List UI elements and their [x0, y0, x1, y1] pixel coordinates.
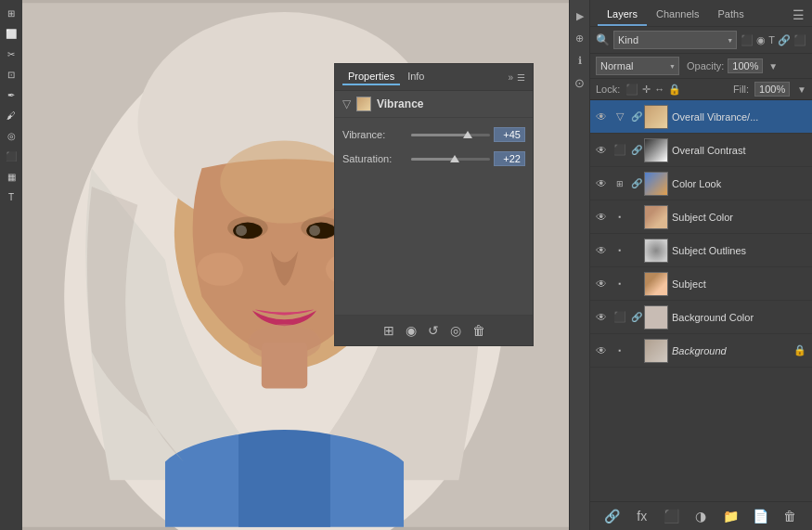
filter-shape-icon[interactable]: 🔗 [778, 34, 791, 46]
kind-select[interactable]: Kind [613, 31, 737, 49]
layer-name: Background Color [672, 312, 806, 323]
layer-eye-icon[interactable]: 👁 [596, 110, 609, 123]
tool-lasso[interactable]: ✂ [2, 45, 20, 63]
menu-icon[interactable]: ☰ [517, 72, 525, 83]
blend-mode-select[interactable]: Normal [596, 57, 679, 75]
layer-eye-icon[interactable]: 👁 [596, 278, 609, 291]
layer-link-icon[interactable]: 🔗 [631, 178, 640, 188]
props-content: Vibrance: +45 Saturation: [335, 118, 533, 185]
opacity-arrow[interactable]: ▼ [768, 61, 778, 71]
adjustment-triangle-icon: ▽ [342, 97, 351, 110]
vibrance-value[interactable]: +45 [494, 127, 525, 142]
fill-value[interactable]: 100% [754, 82, 790, 97]
layer-item[interactable]: 👁 ⬛ 🔗 Overall Contrast [590, 134, 812, 167]
footer-style-icon[interactable]: fx [633, 507, 651, 525]
tool-brush[interactable]: 🖌 [2, 106, 20, 124]
lock-icons: ⬛ ✛ ↔ 🔒 [625, 84, 728, 96]
layer-item[interactable]: 👁 ▪ 🔗 Background 🔒 [590, 334, 812, 368]
strip-play-icon[interactable]: ▶ [572, 7, 588, 24]
filter-smart-icon[interactable]: ⬛ [793, 34, 806, 46]
footer-eye-icon[interactable]: ◉ [406, 323, 417, 338]
strip-person-icon[interactable]: ⊙ [572, 74, 588, 91]
footer-link-icon[interactable]: 🔗 [603, 507, 622, 525]
tool-crop[interactable]: ⊡ [2, 65, 20, 84]
strip-add-icon[interactable]: ⊕ [572, 30, 588, 46]
vibrance-row: Vibrance: +45 [342, 127, 525, 142]
tool-gradient[interactable]: ▦ [2, 167, 20, 186]
tab-paths[interactable]: Paths [709, 4, 754, 26]
tool-select[interactable]: ⬜ [2, 24, 20, 43]
props-footer: ⊞ ◉ ↺ ◎ 🗑 [335, 315, 533, 345]
tab-properties[interactable]: Properties [342, 69, 400, 85]
layer-item[interactable]: 👁 ▽ 🔗 Overall Vibrance/... [590, 100, 812, 134]
props-title-row: ▽ Vibrance [335, 91, 533, 118]
layers-list[interactable]: 👁 ▽ 🔗 Overall Vibrance/... 👁 ⬛ 🔗 Overall… [590, 100, 812, 501]
footer-mask-icon[interactable]: ⬛ [663, 507, 681, 525]
layer-item[interactable]: 👁 ▪ 🔗 Subject Outlines [590, 234, 812, 267]
strip-info-icon[interactable]: ℹ [572, 52, 588, 69]
search-icon: 🔍 [596, 33, 610, 46]
layer-link-icon[interactable]: 🔗 [631, 111, 640, 122]
layer-name: Subject Color [672, 212, 806, 223]
layer-item[interactable]: 👁 ⬛ 🔗 Background Color [590, 301, 812, 334]
tool-eyedropper[interactable]: ✒ [2, 85, 20, 104]
tool-clone[interactable]: ◎ [2, 126, 20, 145]
filter-pixel-icon[interactable]: ⬛ [741, 34, 754, 46]
tool-move[interactable]: ⊞ [2, 4, 20, 22]
layer-item[interactable]: 👁 ⊞ 🔗 Color Look [590, 167, 812, 200]
tab-info[interactable]: Info [402, 69, 430, 85]
tool-eraser[interactable]: ⬛ [2, 147, 20, 165]
lock-position-icon[interactable]: ✛ [642, 84, 651, 96]
svg-point-9 [236, 225, 247, 236]
footer-new-layer-icon[interactable]: 📄 [751, 507, 769, 525]
layer-eye-icon[interactable]: 👁 [596, 211, 609, 224]
layer-eye-icon[interactable]: 👁 [596, 177, 609, 190]
vibrance-slider[interactable] [411, 127, 490, 142]
footer-delete-layer-icon[interactable]: 🗑 [780, 507, 799, 525]
lock-artboard-icon[interactable]: ↔ [654, 84, 664, 96]
footer-visibility-icon[interactable]: ◎ [450, 323, 461, 338]
vibrance-thumb [356, 97, 371, 111]
layer-type-icon: ⊞ [612, 176, 627, 191]
layer-link-icon[interactable]: 🔗 [631, 145, 640, 155]
properties-panel: Properties Info » ☰ ▽ Vibrance Vibrance: [334, 63, 534, 346]
layer-link-icon[interactable]: 🔗 [631, 312, 640, 322]
svg-point-10 [309, 225, 320, 236]
layer-thumbnail [644, 305, 668, 330]
lock-all-icon[interactable]: 🔒 [668, 84, 681, 96]
footer-delete-icon[interactable]: 🗑 [472, 323, 485, 338]
properties-header: Properties Info » ☰ [335, 64, 533, 91]
tool-text[interactable]: T [2, 187, 20, 206]
layer-name: Overall Contrast [672, 145, 806, 156]
svg-point-4 [220, 141, 348, 224]
saturation-value[interactable]: +22 [494, 151, 525, 166]
layer-item[interactable]: 👁 ▪ 🔗 Subject Color [590, 200, 812, 234]
layer-item[interactable]: 👁 ▪ 🔗 Subject [590, 267, 812, 301]
opacity-value[interactable]: 100% [728, 58, 763, 73]
expand-icon[interactable]: » [508, 72, 513, 83]
lock-pixel-icon[interactable]: ⬛ [625, 84, 638, 96]
footer-group-icon[interactable]: 📁 [721, 507, 740, 525]
tab-channels[interactable]: Channels [647, 4, 708, 26]
fill-arrow[interactable]: ▼ [797, 84, 806, 95]
filter-adjustment-icon[interactable]: ◉ [756, 34, 766, 46]
saturation-slider[interactable] [411, 151, 490, 166]
properties-tabs: Properties Info [342, 69, 431, 85]
tab-layers[interactable]: Layers [598, 4, 647, 26]
layer-locked-icon: 🔒 [793, 344, 806, 356]
footer-adjustment-icon[interactable]: ◑ [691, 507, 710, 525]
layer-eye-icon[interactable]: 👁 [596, 244, 609, 257]
layer-type-icon: ⬛ [612, 310, 627, 325]
filter-text-icon[interactable]: T [768, 34, 775, 46]
panel-menu-icon[interactable]: ☰ [793, 7, 805, 22]
layer-eye-icon[interactable]: 👁 [596, 311, 609, 324]
footer-reset-icon[interactable]: ↺ [428, 323, 439, 338]
left-toolbar: ⊞ ⬜ ✂ ⊡ ✒ 🖌 ◎ ⬛ ▦ T [0, 0, 22, 530]
layer-eye-icon[interactable]: 👁 [596, 344, 609, 357]
footer-copy-icon[interactable]: ⊞ [383, 323, 394, 338]
layer-thumbnail [644, 272, 668, 296]
layer-thumbnail [644, 105, 668, 129]
layer-eye-icon[interactable]: 👁 [596, 144, 609, 157]
vibrance-label: Vibrance: [342, 129, 407, 140]
blend-row: Normal Opacity: 100% ▼ [590, 54, 812, 79]
